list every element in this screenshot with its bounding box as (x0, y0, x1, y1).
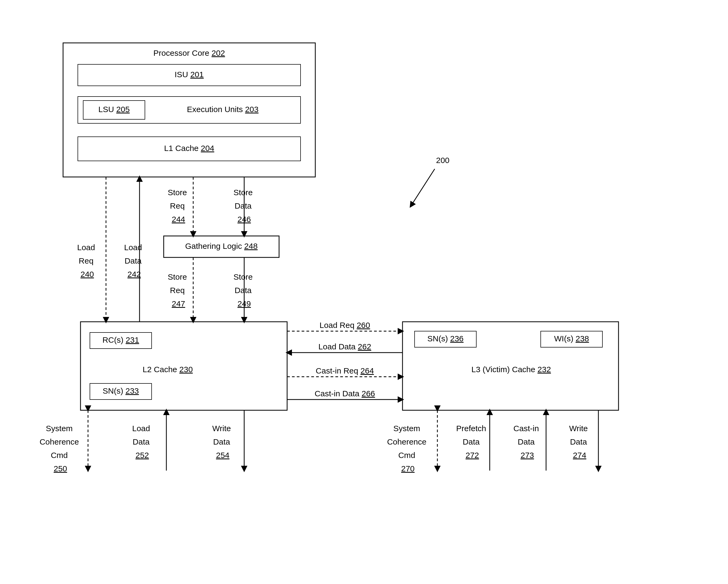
isu-label: ISU 201 (175, 70, 204, 79)
gathering-logic-label: Gathering Logic 248 (185, 242, 258, 250)
l3-wi-label: WI(s) 238 (554, 334, 589, 343)
processor-core-block: Processor Core 202 ISU 201 LSU 205 Execu… (63, 43, 315, 177)
sys-cmd-250-label: System Coherence Cmd 250 (40, 424, 81, 473)
figure-reference: 200 (411, 156, 449, 206)
execution-units-label: Execution Units 203 (187, 105, 259, 114)
l2-cache-block: L2 Cache 230 RC(s) 231 SN(s) 233 (80, 322, 287, 410)
castin-data-273-label: Cast-in Data 273 (513, 424, 541, 460)
write-data-254-label: Write Data 254 (212, 424, 233, 460)
processor-core-title: Processor Core 202 (154, 49, 225, 57)
sys-cmd-270-label: System Coherence Cmd 270 (387, 424, 428, 473)
store-data-249-label: Store Data 249 (233, 272, 255, 308)
load-data-252-label: Load Data 252 (132, 424, 152, 460)
load-data-242-label: Load Data 242 (124, 243, 144, 279)
l2-cache-title: L2 Cache 230 (143, 365, 193, 374)
load-req-240-label: Load Req 240 (77, 243, 97, 279)
l3-cache-block: L3 (Victim) Cache 232 SN(s) 236 WI(s) 23… (402, 322, 619, 410)
store-req-247-label: Store Req 247 (168, 272, 189, 308)
prefetch-data-272-label: Prefetch Data 272 (456, 424, 488, 460)
l1-cache-label: L1 Cache 204 (164, 144, 214, 152)
store-data-246-label: Store Data 246 (233, 188, 255, 224)
castin-req-264-label: Cast-in Req 264 (316, 366, 374, 375)
load-req-260-label: Load Req 260 (319, 321, 370, 330)
store-req-244-label: Store Req 244 (168, 188, 189, 224)
lsu-label: LSU 205 (99, 105, 130, 114)
l2-sn-label: SN(s) 233 (103, 386, 139, 395)
gathering-logic-block: Gathering Logic 248 (164, 236, 279, 257)
svg-text:200: 200 (436, 156, 449, 165)
write-data-274-label: Write Data 274 (569, 424, 590, 460)
castin-data-266-label: Cast-in Data 266 (314, 389, 375, 398)
load-data-262-label: Load Data 262 (318, 342, 371, 351)
l2-rc-label: RC(s) 231 (103, 335, 139, 344)
l3-sn-label: SN(s) 236 (427, 334, 463, 343)
l3-cache-title: L3 (Victim) Cache 232 (471, 365, 551, 374)
